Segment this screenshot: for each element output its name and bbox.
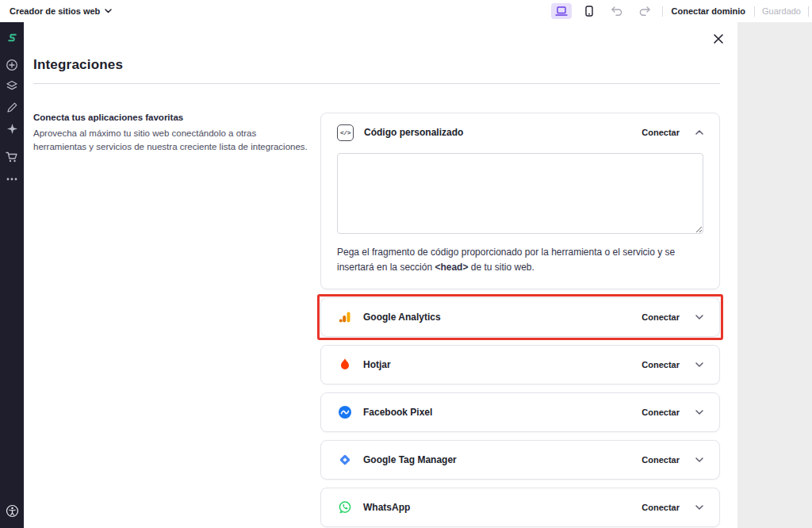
card-header[interactable]: WhatsApp Conectar: [321, 488, 719, 526]
connect-button[interactable]: Conectar: [642, 407, 680, 417]
topbar: Creador de sitios web Conectar dominio G…: [0, 0, 812, 22]
desktop-icon: [555, 6, 568, 17]
topbar-actions: Conectar dominio Guardado: [551, 3, 809, 19]
whatsapp-glyph: [338, 500, 352, 515]
custom-code-icon: </>: [337, 124, 354, 141]
design-pencil-icon: [6, 101, 18, 113]
hotjar-icon: [337, 357, 353, 373]
close-icon: [713, 33, 724, 44]
topbar-divider: [808, 6, 809, 17]
sidebar: [0, 22, 24, 528]
card-header[interactable]: Facebook Pixel Conectar: [321, 393, 719, 431]
chevron-up-glyph: [695, 130, 703, 135]
chevron-down-glyph: [695, 505, 703, 510]
sidebar-item-more[interactable]: [0, 168, 24, 189]
page-title: Integraciones: [33, 57, 720, 84]
card-title: Hotjar: [363, 359, 631, 370]
canvas-gutter: [737, 22, 812, 528]
chevron-down-glyph: [695, 315, 703, 319]
chevron-down-icon[interactable]: [695, 362, 703, 367]
sidebar-item-store[interactable]: [0, 147, 24, 168]
connect-button[interactable]: Conectar: [642, 360, 680, 369]
saved-status: Guardado: [762, 6, 801, 16]
google-tag-manager-icon: [337, 452, 353, 468]
hotjar-glyph: [339, 358, 351, 372]
chevron-down-icon[interactable]: [695, 410, 703, 415]
sidebar-item-logo[interactable]: [0, 28, 24, 49]
sidebar-item-accessibility[interactable]: [0, 500, 24, 522]
custom-code-textarea[interactable]: [337, 153, 703, 234]
facebook-pixel-glyph: [338, 405, 352, 419]
chevron-down-icon[interactable]: [695, 315, 703, 319]
mobile-view-button[interactable]: [579, 3, 599, 19]
integration-card-google-tag-manager: Google Tag Manager Conectar: [320, 440, 720, 480]
integration-card-google-analytics: Google Analytics Conectar: [320, 297, 720, 337]
intro-body: Aprovecha al máximo tu sitio web conectá…: [33, 127, 311, 155]
chevron-down-icon: [105, 9, 112, 13]
card-header[interactable]: Hotjar Conectar: [321, 346, 719, 384]
integration-card-hotjar: Hotjar Conectar: [320, 345, 720, 385]
card-header[interactable]: Google Analytics Conectar: [321, 298, 719, 336]
chevron-down-glyph: [695, 410, 703, 415]
google-analytics-icon: [337, 309, 353, 325]
close-button[interactable]: [710, 30, 727, 48]
custom-code-card-header[interactable]: </> Código personalizado Conectar: [321, 113, 719, 151]
builder-logo-icon: [6, 33, 18, 44]
cart-icon: [6, 151, 18, 163]
connect-button[interactable]: Conectar: [642, 128, 680, 137]
more-dots-icon: [6, 178, 17, 181]
builder-menu-button[interactable]: Creador de sitios web: [10, 6, 112, 16]
facebook-pixel-icon: [337, 404, 353, 420]
chevron-down-glyph: [695, 457, 703, 462]
connect-button[interactable]: Conectar: [642, 503, 680, 512]
mobile-icon: [585, 6, 593, 17]
panel-content: Conecta tus aplicaciones favoritas Aprov…: [33, 113, 720, 527]
card-title: Facebook Pixel: [363, 407, 631, 418]
intro-heading: Conecta tus aplicaciones favoritas: [33, 113, 311, 122]
redo-icon: [638, 6, 651, 17]
intro-text: Conecta tus aplicaciones favoritas Aprov…: [33, 113, 320, 155]
sidebar-item-design[interactable]: [0, 97, 24, 118]
undo-icon: [611, 6, 623, 17]
whatsapp-icon: [337, 499, 353, 515]
integration-card-facebook-pixel: Facebook Pixel Conectar: [320, 392, 720, 432]
topbar-divider: [662, 6, 663, 17]
integration-card-whatsapp: WhatsApp Conectar: [320, 488, 720, 527]
connect-button[interactable]: Conectar: [642, 312, 680, 322]
card-title: Código personalizado: [364, 127, 631, 138]
chevron-down-icon[interactable]: [695, 457, 703, 462]
topbar-divider: [754, 6, 755, 17]
app-body: Integraciones Conecta tus aplicaciones f…: [0, 22, 812, 528]
help-text-after: de tu sitio web.: [468, 262, 534, 273]
custom-code-card: </> Código personalizado Conectar Pega e…: [320, 113, 720, 289]
add-circle-icon: [6, 59, 18, 71]
sidebar-item-sections[interactable]: [0, 75, 24, 97]
connect-button[interactable]: Conectar: [642, 455, 680, 465]
card-title: Google Tag Manager: [363, 454, 631, 465]
card-title: Google Analytics: [363, 312, 631, 323]
card-header[interactable]: Google Tag Manager Conectar: [321, 441, 719, 479]
custom-code-body: Pega el fragmento de código proporcionad…: [321, 151, 719, 289]
chevron-down-glyph: [695, 362, 703, 367]
ai-sparkle-icon: [6, 123, 18, 135]
undo-button[interactable]: [607, 3, 627, 19]
sidebar-item-add[interactable]: [0, 54, 24, 75]
accessibility-icon: [6, 504, 19, 518]
redo-button[interactable]: [634, 3, 655, 19]
integrations-panel: Integraciones Conecta tus aplicaciones f…: [24, 22, 737, 528]
layers-icon: [6, 80, 18, 92]
google-analytics-glyph: [338, 310, 352, 324]
connect-domain-button[interactable]: Conectar dominio: [670, 6, 748, 16]
help-text-head-tag: <head>: [435, 262, 468, 273]
builder-menu-label: Creador de sitios web: [10, 6, 100, 16]
sidebar-item-ai-tools[interactable]: [0, 118, 24, 140]
chevron-up-icon[interactable]: [695, 130, 703, 135]
integration-list: </> Código personalizado Conectar Pega e…: [320, 113, 720, 527]
desktop-view-button[interactable]: [551, 3, 572, 19]
card-title: WhatsApp: [363, 502, 631, 513]
google-tag-manager-glyph: [338, 453, 352, 467]
custom-code-help: Pega el fragmento de código proporcionad…: [337, 245, 703, 274]
chevron-down-icon[interactable]: [695, 505, 703, 510]
